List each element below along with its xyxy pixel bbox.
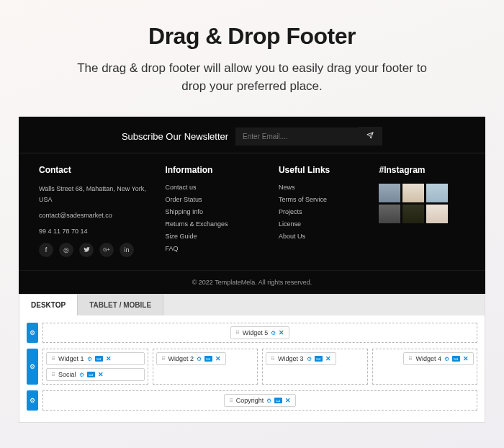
information-heading: Information (165, 165, 264, 175)
footer-link[interactable]: News (279, 184, 365, 191)
footer-preview: Subscribe Our Newsletter Contact Walls S… (19, 117, 485, 294)
widget-label: Social (58, 371, 76, 378)
instagram-heading: #Instagram (379, 165, 465, 175)
row-settings-button[interactable]: ⚙ (27, 323, 38, 343)
googleplus-icon[interactable]: G+ (99, 243, 114, 257)
widget-block[interactable]: ⠿ Widget 5 ⚙ ✕ (230, 326, 290, 339)
widget-label: Widget 3 (278, 355, 304, 362)
page-subtitle: The drag & drop footer will allow you to… (65, 60, 439, 95)
instagram-thumb[interactable] (402, 205, 424, 223)
instagram-thumb[interactable] (379, 184, 400, 202)
drag-icon: ⠿ (271, 356, 275, 362)
contact-heading: Contact (39, 165, 150, 175)
gear-icon[interactable]: ⚙ (444, 356, 449, 362)
gear-icon[interactable]: ⚙ (197, 356, 202, 362)
page-title: Drag & Drop Footer (29, 23, 475, 50)
drag-icon: ⠿ (161, 356, 166, 362)
eye-icon[interactable]: ▭ (274, 398, 282, 403)
footer-link[interactable]: Order Status (165, 196, 264, 203)
newsletter-label: Subscribe Our Newsletter (122, 131, 228, 142)
eye-icon[interactable]: ▭ (95, 356, 103, 362)
footer-link[interactable]: Returns & Exchanges (165, 220, 264, 228)
close-icon[interactable]: ✕ (106, 355, 112, 362)
row-settings-button[interactable]: ⚙ (27, 349, 38, 385)
widget-label: Widget 4 (415, 355, 441, 362)
widget-label: Widget 2 (168, 355, 194, 362)
copyright-text: © 2022 TemplateMela. All rights reserved… (19, 270, 485, 294)
close-icon[interactable]: ✕ (98, 371, 104, 378)
gear-icon[interactable]: ⚙ (266, 398, 271, 404)
builder-dropzone[interactable]: ⠿ Widget 2 ⚙ ▭ ✕ (153, 349, 258, 385)
footer-link[interactable]: Size Guide (165, 233, 264, 240)
widget-label: Copyright (236, 397, 264, 404)
eye-icon[interactable]: ▭ (452, 356, 460, 362)
footer-link[interactable]: FAQ (165, 245, 264, 252)
drag-icon: ⠿ (408, 356, 413, 362)
drag-icon: ⠿ (235, 330, 240, 336)
linkedin-icon[interactable]: in (120, 243, 134, 257)
contact-address: Walls Street 68, Mahattan, New York, USA (39, 184, 150, 205)
widget-block[interactable]: ⠿ Social ⚙ ▭ ✕ (46, 368, 145, 381)
close-icon[interactable]: ✕ (215, 355, 221, 362)
eye-icon[interactable]: ▭ (204, 356, 212, 362)
widget-block[interactable]: ⠿ Copyright ⚙ ▭ ✕ (224, 394, 297, 407)
footer-link[interactable]: Shipping Info (165, 208, 264, 215)
newsletter-submit-button[interactable] (358, 127, 382, 145)
widget-label: Widget 5 (243, 329, 269, 336)
eye-icon[interactable]: ▭ (87, 372, 95, 377)
builder-dropzone[interactable]: ⠿ Widget 4 ⚙ ▭ ✕ (372, 349, 478, 385)
widget-block[interactable]: ⠿ Widget 4 ⚙ ▭ ✕ (403, 352, 474, 365)
instagram-thumb[interactable] (379, 205, 400, 223)
send-icon (366, 133, 374, 140)
widget-block[interactable]: ⠿ Widget 1 ⚙ ▭ ✕ (46, 352, 145, 365)
builder-dropzone[interactable]: ⠿ Widget 1 ⚙ ▭ ✕ ⠿ Social ⚙ ▭ ✕ (42, 349, 148, 385)
instagram-icon[interactable]: ◎ (59, 243, 73, 257)
gear-icon[interactable]: ⚙ (87, 356, 92, 362)
instagram-thumb[interactable] (426, 184, 448, 202)
gear-icon: ⚙ (30, 397, 35, 404)
builder-dropzone[interactable]: ⠿ Widget 3 ⚙ ▭ ✕ (262, 349, 368, 385)
gear-icon: ⚙ (30, 363, 35, 370)
tab-tablet-mobile[interactable]: TABLET / MOBILE (78, 295, 163, 315)
contact-phone: 99 4 11 78 70 14 (39, 226, 150, 236)
footer-link[interactable]: About Us (279, 233, 365, 240)
close-icon[interactable]: ✕ (285, 397, 291, 404)
footer-link[interactable]: Contact us (165, 184, 264, 191)
drag-icon: ⠿ (51, 356, 55, 362)
footer-link[interactable]: License (279, 220, 365, 228)
gear-icon: ⚙ (30, 329, 35, 336)
instagram-thumb[interactable] (426, 205, 448, 223)
twitter-icon[interactable] (79, 243, 94, 257)
newsletter-email-input[interactable] (235, 127, 358, 145)
facebook-icon[interactable]: f (39, 243, 53, 257)
widget-block[interactable]: ⠿ Widget 3 ⚙ ▭ ✕ (266, 352, 336, 365)
builder-dropzone[interactable]: ⠿ Widget 5 ⚙ ✕ (42, 323, 477, 343)
row-settings-button[interactable]: ⚙ (27, 390, 38, 411)
gear-icon[interactable]: ⚙ (271, 330, 276, 336)
useful-heading: Useful Links (279, 165, 365, 175)
close-icon[interactable]: ✕ (279, 329, 284, 336)
tab-desktop[interactable]: DESKTOP (19, 295, 78, 315)
close-icon[interactable]: ✕ (463, 355, 469, 362)
gear-icon[interactable]: ⚙ (79, 372, 84, 378)
drag-icon: ⠿ (229, 398, 233, 404)
footer-link[interactable]: Terms of Service (279, 196, 365, 203)
eye-icon[interactable]: ▭ (315, 356, 323, 362)
close-icon[interactable]: ✕ (325, 355, 331, 362)
widget-label: Widget 1 (58, 355, 84, 362)
builder-dropzone[interactable]: ⠿ Copyright ⚙ ▭ ✕ (42, 390, 477, 411)
contact-email: contact@sadesmarket.co (39, 210, 150, 220)
instagram-thumb[interactable] (402, 184, 424, 202)
gear-icon[interactable]: ⚙ (307, 356, 312, 362)
drag-icon: ⠿ (51, 372, 55, 378)
footer-builder: DESKTOP TABLET / MOBILE ⚙ ⠿ Widget 5 ⚙ ✕… (19, 294, 485, 423)
widget-block[interactable]: ⠿ Widget 2 ⚙ ▭ ✕ (156, 352, 227, 365)
footer-link[interactable]: Projects (279, 208, 365, 215)
